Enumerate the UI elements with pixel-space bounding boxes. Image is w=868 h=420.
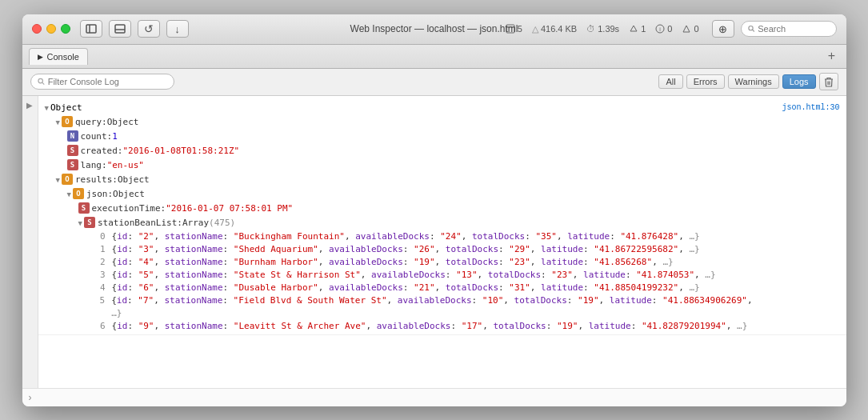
toolbar-stats: 5 △ 416.4 KB ⏱ 1.39s 1 i 0 0 xyxy=(506,24,699,34)
toolbar-right: ⊕ xyxy=(712,20,837,38)
search-box[interactable] xyxy=(741,21,837,37)
array-row-6: 6 {id: "9", stationName: "Leavitt St & A… xyxy=(42,320,768,333)
minimize-button[interactable] xyxy=(46,24,56,34)
filter-all-button[interactable]: All xyxy=(658,74,682,89)
filter-buttons: All Errors Warnings Logs xyxy=(658,73,838,90)
search-input[interactable] xyxy=(758,24,829,34)
filter-errors-button[interactable]: Errors xyxy=(686,74,725,89)
stat-time: ⏱ 1.39s xyxy=(586,24,619,34)
dock-bottom-button[interactable] xyxy=(109,20,131,38)
add-tab-button[interactable]: + xyxy=(824,48,840,64)
log-area[interactable]: ▼ Object ▼ O query: Object N xyxy=(38,96,846,388)
reload-button[interactable]: ↺ xyxy=(138,20,160,38)
target-button[interactable]: ⊕ xyxy=(712,20,734,38)
svg-line-11 xyxy=(42,82,43,84)
info-count: 0 xyxy=(667,24,672,34)
clear-log-button[interactable] xyxy=(819,73,838,90)
traffic-lights xyxy=(32,24,70,34)
console-tab-label: Console xyxy=(47,52,79,62)
tree-created: S created: "2016-01-08T01:58:21Z" xyxy=(42,144,768,158)
dock-left-button[interactable] xyxy=(80,20,102,38)
stat-logs: 1 xyxy=(629,24,646,34)
source-reference[interactable]: json.html:30 xyxy=(768,101,840,333)
tree-json: ▼ O json: Object xyxy=(42,187,768,202)
filter-input-wrap[interactable] xyxy=(30,74,174,90)
console-prompt: › xyxy=(22,388,846,406)
download-button[interactable]: ↓ xyxy=(166,20,189,38)
content-area: ▶ ▼ Object ▼ O query: Obje xyxy=(22,96,846,388)
svg-rect-2 xyxy=(115,25,125,33)
svg-rect-0 xyxy=(86,25,96,33)
tree-count: N count: 1 xyxy=(42,130,768,144)
maximize-button[interactable] xyxy=(61,24,70,34)
tree-object-root: ▼ Object xyxy=(42,101,768,115)
array-row-3: 3 {id: "5", stationName: "State St & Har… xyxy=(42,269,768,282)
stat-info: i 0 xyxy=(655,24,672,34)
array-row-2: 2 {id: "4", stationName: "Burnham Harbor… xyxy=(42,256,768,269)
web-inspector-window: ↺ ↓ 5 △ 416.4 KB ⏱ 1.39s 1 i 0 xyxy=(22,14,846,406)
close-button[interactable] xyxy=(32,24,42,34)
tree-results: ▼ O results: Object xyxy=(42,173,768,187)
filter-warnings-button[interactable]: Warnings xyxy=(728,74,779,89)
trash-icon xyxy=(824,77,834,87)
prompt-arrow-icon: › xyxy=(29,392,32,403)
console-tab[interactable]: ▶ Console xyxy=(29,48,88,65)
toolbar-left: ↺ ↓ xyxy=(80,20,189,38)
svg-point-10 xyxy=(38,78,42,83)
stat-size: △ 416.4 KB xyxy=(532,24,577,34)
filter-input[interactable] xyxy=(48,77,167,86)
array-row-5: 5 {id: "7", stationName: "Field Blvd & S… xyxy=(42,294,768,320)
tree-executiontime: S executionTime: "2016-01-07 07:58:01 PM… xyxy=(42,202,768,216)
filterbar: All Errors Warnings Logs xyxy=(22,69,846,96)
warning-count: 0 xyxy=(694,24,698,34)
expand-all-icon: ▶ xyxy=(26,101,33,110)
svg-text:i: i xyxy=(659,26,661,32)
log-entry-header: ▼ Object ▼ O query: Object N xyxy=(38,99,846,335)
array-row-0: 0 {id: "2", stationName: "Buckingham Fou… xyxy=(42,230,768,243)
tabbar: ▶ Console + xyxy=(22,45,846,69)
filter-logs-button[interactable]: Logs xyxy=(782,74,816,89)
svg-line-9 xyxy=(752,30,754,31)
load-time: 1.39s xyxy=(598,24,619,34)
array-row-4: 4 {id: "6", stationName: "Dusable Harbor… xyxy=(42,282,768,294)
log-count: 1 xyxy=(641,24,646,34)
titlebar: ↺ ↓ 5 △ 416.4 KB ⏱ 1.39s 1 i 0 xyxy=(22,14,846,45)
page-size: 416.4 KB xyxy=(541,24,577,34)
tree-query: ▼ O query: Object xyxy=(42,115,768,130)
filter-search-icon xyxy=(38,78,45,86)
stat-warnings: 0 xyxy=(682,24,698,34)
window-title: Web Inspector — localhost — json.html xyxy=(350,23,518,34)
tree-stationbeanlist: ▼ S stationBeanList: Array (475) xyxy=(42,216,768,230)
svg-point-8 xyxy=(748,26,752,30)
console-input[interactable] xyxy=(35,392,840,402)
resource-count: 5 xyxy=(518,24,522,34)
tree-lang: S lang: "en-us" xyxy=(42,158,768,173)
array-row-1: 1 {id: "3", stationName: "Shedd Aquarium… xyxy=(42,243,768,256)
console-tab-icon: ▶ xyxy=(38,53,43,61)
gutter: ▶ xyxy=(22,96,38,388)
